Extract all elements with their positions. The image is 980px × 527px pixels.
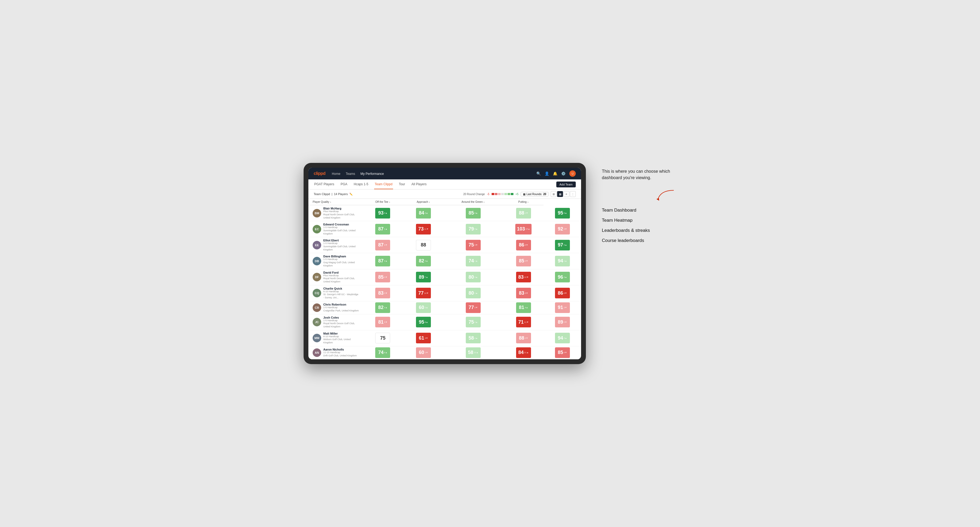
- score-cell-4-2: 80 3▲: [443, 269, 503, 285]
- search-icon[interactable]: 🔍: [536, 171, 541, 176]
- player-name: Edward Crossman: [323, 223, 360, 226]
- view-more-button[interactable]: ⋮: [570, 191, 576, 197]
- player-cell-4[interactable]: DF David Ford Plus Handicap Royal North …: [309, 269, 362, 285]
- subnav-team[interactable]: Team Clippd: [374, 179, 393, 189]
- score-cell-6-1: 60 2▲: [404, 301, 443, 314]
- view-grid-button[interactable]: ⊞: [551, 191, 557, 197]
- player-cell-7[interactable]: JC Josh Coles 1-5 Handicap Royal North D…: [309, 314, 362, 330]
- player-avatar: AN: [313, 348, 321, 357]
- last-rounds-value: 20: [543, 193, 546, 195]
- data-table: Player Quality ↓ Off the Tee ↓ Approach …: [309, 199, 581, 359]
- dashboard-option[interactable]: Team Dashboard: [602, 208, 676, 213]
- score-value: 85: [558, 350, 563, 355]
- player-club: Craigmillar Park, United Kingdom: [323, 309, 359, 313]
- subnav-pgat[interactable]: PGAT Players: [314, 179, 335, 189]
- score-delta: 3▼: [425, 337, 428, 339]
- col-header-player[interactable]: Player Quality ↓: [309, 199, 362, 205]
- player-cell-2[interactable]: EE Elliot Ebert 1-5 Handicap Sunningdale…: [309, 237, 362, 253]
- score-cell-2-0: 87 3▼: [362, 237, 404, 253]
- score-cell-6-0: 82 3▲: [362, 301, 404, 314]
- score-box: 77 3▼: [466, 302, 481, 313]
- player-club: Gog Magog Golf Club, United Kingdom: [323, 261, 360, 267]
- nav-teams[interactable]: Teams: [346, 172, 355, 176]
- bar-green-light: [508, 193, 510, 195]
- player-club: Sunningdale Golf Club, United Kingdom: [323, 229, 360, 235]
- player-club: Royal North Devon Golf Club, United King…: [323, 213, 360, 219]
- player-name: Charlie Quick: [323, 287, 360, 290]
- score-cell-4-4: 96 3▲: [544, 269, 581, 285]
- subnav-all[interactable]: All Players: [411, 179, 427, 189]
- player-avatar: JC: [313, 318, 321, 326]
- score-value: 60: [419, 350, 424, 355]
- table-row: CR Chris Robertson 1-5 Handicap Craigmil…: [309, 301, 581, 314]
- score-cell-7-0: 81 3▼: [362, 314, 404, 330]
- col-header-off-tee[interactable]: Off the Tee ↓: [362, 199, 404, 205]
- score-cell-2-1: 88: [404, 237, 443, 253]
- score-delta: 3▲: [564, 276, 567, 278]
- score-box: 85 4▼: [555, 347, 570, 358]
- score-value: 81: [519, 305, 524, 310]
- score-delta: 6▼: [525, 292, 528, 294]
- avatar[interactable]: U: [570, 170, 576, 177]
- player-avatar: CQ: [313, 289, 321, 297]
- dashboard-option[interactable]: Course leaderboards: [602, 238, 676, 243]
- player-avatar: CR: [313, 303, 321, 312]
- score-delta: 1▲: [564, 260, 567, 262]
- player-cell-5[interactable]: CQ Charlie Quick 6-10 Handicap St. Georg…: [309, 285, 362, 301]
- score-box: 81 3▼: [375, 317, 390, 327]
- score-cell-9-2: 58 10▲: [443, 346, 503, 359]
- player-info: Elliot Ebert 1-5 Handicap Sunningdale Go…: [323, 239, 360, 251]
- score-value: 85: [468, 210, 474, 216]
- score-delta: 8▲: [384, 351, 387, 354]
- bar-green: [511, 193, 514, 195]
- nav-links: Home Teams My Performance: [332, 171, 384, 176]
- add-team-button[interactable]: Add Team: [556, 181, 576, 187]
- score-value: 75: [468, 319, 474, 325]
- score-box: 87 4▲: [375, 256, 390, 267]
- score-box: 89 7▲: [416, 272, 431, 283]
- view-heatmap-button[interactable]: ▦: [557, 191, 563, 197]
- subnav-tour[interactable]: Tour: [398, 179, 406, 189]
- score-delta: 7▲: [425, 276, 428, 278]
- round-change-high: +5: [515, 193, 519, 195]
- person-icon[interactable]: 👤: [545, 171, 549, 176]
- settings-icon[interactable]: ⚙️: [561, 171, 566, 176]
- score-cell-2-2: 75 3▼: [443, 237, 503, 253]
- nav-performance[interactable]: My Performance: [360, 172, 384, 176]
- col-header-around-green[interactable]: Around the Green ↓: [443, 199, 503, 205]
- score-value: 74: [378, 350, 383, 355]
- table-row: JC Josh Coles 1-5 Handicap Royal North D…: [309, 314, 581, 330]
- bell-icon[interactable]: 🔔: [553, 171, 557, 176]
- score-box: 75 3▼: [466, 240, 481, 251]
- dashboard-option[interactable]: Leaderboards & streaks: [602, 228, 676, 233]
- subnav-hcaps[interactable]: Hcaps 1-5: [353, 179, 369, 189]
- view-list-button[interactable]: ≡: [563, 191, 570, 197]
- player-cell-8[interactable]: MM Matt Miller 6-10 Handicap Woburn Golf…: [309, 330, 362, 346]
- score-delta: 8▲: [474, 212, 477, 214]
- edit-icon[interactable]: ✏️: [349, 193, 353, 195]
- score-cell-0-3: 88 1▼: [503, 205, 544, 221]
- player-cell-1[interactable]: EC Edward Crossman 1-5 Handicap Sunningd…: [309, 221, 362, 237]
- score-delta: 3▼: [474, 244, 477, 246]
- player-handicap: Plus Handicap: [323, 274, 360, 277]
- score-box: 87 1▲: [375, 224, 390, 235]
- dashboard-option[interactable]: Team Heatmap: [602, 218, 676, 223]
- player-name: Dave Billingham: [323, 255, 360, 258]
- score-value: 82: [378, 305, 383, 310]
- score-value: 91: [558, 305, 563, 310]
- subnav-pga[interactable]: PGA: [340, 179, 348, 189]
- score-value: 88: [421, 242, 426, 248]
- player-cell-0[interactable]: BM Blair McHarg Plus Handicap Royal Nort…: [309, 205, 362, 221]
- col-header-approach[interactable]: Approach ↓: [404, 199, 443, 205]
- score-box: 74 8▲: [375, 347, 390, 358]
- score-box: 58 10▲: [466, 347, 481, 358]
- nav-home[interactable]: Home: [332, 172, 340, 176]
- score-cell-8-1: 61 3▼: [404, 330, 443, 346]
- player-cell-9[interactable]: AN Aaron Nicholls 11-15 Handicap Drift G…: [309, 346, 362, 359]
- player-cell-6[interactable]: CR Chris Robertson 1-5 Handicap Craigmil…: [309, 301, 362, 314]
- player-cell-3[interactable]: DB Dave Billingham 1-5 Handicap Gog Mago…: [309, 253, 362, 269]
- score-delta: 1▲: [384, 228, 387, 230]
- col-header-putting[interactable]: Putting ↓: [503, 199, 544, 205]
- last-rounds-button[interactable]: ▦ Last Rounds: 20: [520, 192, 549, 197]
- score-box: 83 6▼: [516, 288, 531, 298]
